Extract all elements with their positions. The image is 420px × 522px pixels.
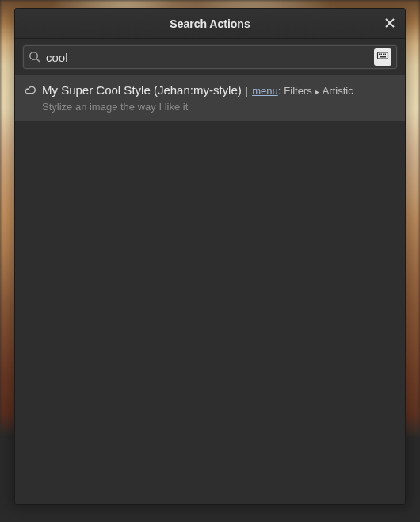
menu-path-segment-2: Artistic [323, 85, 353, 97]
search-field[interactable] [23, 45, 397, 69]
search-input[interactable] [46, 51, 369, 64]
svg-rect-7 [380, 56, 386, 58]
svg-rect-3 [379, 54, 380, 56]
results-list: My Super Cool Style (Jehan:my-style) | m… [15, 75, 405, 504]
search-icon [29, 51, 41, 63]
result-separator: | [246, 84, 248, 98]
chevron-right-icon: ▸ [315, 86, 319, 98]
result-item[interactable]: My Super Cool Style (Jehan:my-style) | m… [15, 75, 405, 121]
dialog-title: Search Actions [170, 17, 250, 30]
result-description: Stylize an image the way I like it [42, 101, 397, 113]
close-button[interactable] [380, 13, 400, 34]
result-menu-path: Filters▸Artistic [284, 84, 353, 98]
keyboard-button[interactable] [374, 48, 391, 66]
svg-rect-4 [381, 54, 383, 56]
menu-path-segment-1: Filters [284, 85, 311, 97]
svg-rect-5 [383, 54, 384, 56]
result-menu-colon: : [278, 84, 281, 98]
close-icon [385, 17, 395, 31]
gegl-icon [23, 84, 36, 97]
result-title-row: My Super Cool Style (Jehan:my-style) | m… [42, 82, 397, 98]
result-name: My Super Cool Style (Jehan:my-style) [42, 82, 242, 98]
result-content: My Super Cool Style (Jehan:my-style) | m… [42, 82, 397, 113]
search-row [15, 39, 405, 75]
search-actions-dialog: Search Actions [14, 8, 406, 505]
result-menu-link[interactable]: menu [252, 84, 278, 98]
svg-rect-6 [385, 54, 387, 56]
titlebar: Search Actions [15, 9, 405, 39]
keyboard-icon [376, 49, 389, 65]
svg-rect-2 [378, 52, 388, 59]
